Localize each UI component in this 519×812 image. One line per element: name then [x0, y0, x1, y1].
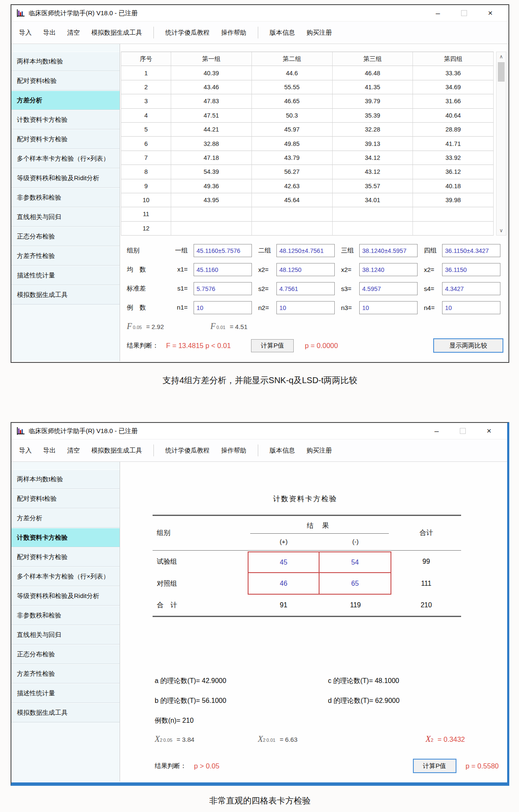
scroll-up-icon[interactable]: ∧	[497, 52, 506, 61]
grid-cell[interactable]: 6	[121, 137, 171, 151]
grid-cell[interactable]: 34.12	[333, 151, 413, 165]
field-input[interactable]: 45.1160±5.7576	[194, 244, 252, 257]
grid-cell[interactable]: 39.79	[333, 94, 413, 108]
field-input[interactable]: 10	[194, 301, 252, 314]
grid-cell[interactable]: 43.12	[333, 165, 413, 179]
vertical-scrollbar[interactable]: ∧ ∨	[496, 52, 506, 236]
sidebar-item[interactable]: 计数资料卡方检验	[11, 528, 120, 547]
grid-cell[interactable]: 43.95	[171, 193, 252, 207]
sidebar-item[interactable]: 方差分析	[11, 508, 120, 528]
grid-cell[interactable]: 41.35	[333, 80, 413, 94]
grid-cell[interactable]	[171, 207, 252, 221]
field-input[interactable]: 10	[276, 301, 335, 314]
close-button[interactable]: ×	[477, 5, 503, 21]
grid-cell[interactable]: 56.27	[252, 165, 333, 179]
grid-cell[interactable]: 39.98	[413, 193, 494, 207]
sidebar-item[interactable]: 非参数秩和检验	[11, 606, 120, 625]
grid-cell[interactable]	[252, 207, 333, 221]
grid-cell[interactable]: 34.69	[413, 80, 494, 94]
sidebar-item[interactable]: 描述性统计量	[11, 683, 120, 703]
grid-cell[interactable]	[333, 222, 413, 236]
sidebar-item[interactable]: 方差齐性检验	[11, 664, 120, 683]
grid-cell[interactable]: 10	[121, 193, 171, 207]
sidebar-item[interactable]: 配对资料t检验	[11, 71, 120, 91]
grid-cell[interactable]: 35.39	[333, 109, 413, 123]
grid-cell[interactable]: 4	[121, 109, 171, 123]
sidebar-item[interactable]: 配对资料t检验	[11, 489, 120, 508]
close-button[interactable]: ×	[476, 423, 502, 439]
sidebar-item[interactable]: 正态分布检验	[11, 645, 120, 664]
menu-item-3[interactable]: 清空	[67, 29, 80, 37]
grid-cell[interactable]: 49.36	[171, 179, 252, 193]
sidebar-item[interactable]: 直线相关与回归	[11, 207, 120, 227]
sidebar-item[interactable]: 非参数秩和检验	[11, 188, 120, 207]
field-input[interactable]: 5.7576	[194, 282, 252, 295]
sidebar-item[interactable]: 方差齐性检验	[11, 246, 120, 266]
grid-cell[interactable]: 34.01	[333, 193, 413, 207]
menu-item-8[interactable]: 购买注册	[306, 29, 332, 37]
grid-cell[interactable]: 1	[121, 66, 171, 80]
field-input[interactable]: 38.1240	[359, 263, 418, 276]
menu-item-6[interactable]: 操作帮助	[221, 29, 246, 37]
sidebar-item[interactable]: 等级资料秩和检验及Ridit分析	[11, 168, 120, 188]
sidebar-item[interactable]: 计数资料卡方检验	[11, 110, 120, 129]
menu-item-6[interactable]: 操作帮助	[221, 447, 246, 455]
grid-cell[interactable]: 2	[121, 80, 171, 94]
grid-cell[interactable]: 3	[121, 94, 171, 108]
sidebar-item[interactable]: 两样本均数t检验	[11, 469, 120, 489]
grid-cell[interactable]: 43.46	[171, 80, 252, 94]
field-input[interactable]: 48.1250	[276, 263, 335, 276]
menu-item-7[interactable]: 版本信息	[270, 29, 295, 37]
grid-cell[interactable]: 11	[121, 207, 171, 221]
menu-item-7[interactable]: 版本信息	[270, 447, 295, 455]
grid-cell[interactable]	[413, 222, 494, 236]
grid-cell[interactable]: 43.79	[252, 151, 333, 165]
grid-cell[interactable]: 41.71	[413, 137, 494, 151]
sidebar-item[interactable]: 直线相关与回归	[11, 625, 120, 645]
maximize-button[interactable]	[450, 428, 476, 434]
menu-item-1[interactable]: 导入	[19, 447, 32, 455]
grid-cell[interactable]: 39.13	[333, 137, 413, 151]
menu-item-8[interactable]: 购买注册	[306, 447, 332, 455]
maximize-button[interactable]	[451, 10, 477, 16]
field-input[interactable]: 4.3427	[442, 282, 500, 295]
grid-cell[interactable]: 54.39	[171, 165, 252, 179]
field-input[interactable]: 45.1160	[194, 263, 252, 276]
sidebar-item[interactable]: 两样本均数t检验	[11, 52, 120, 71]
grid-cell[interactable]: 7	[121, 151, 171, 165]
grid-cell[interactable]	[333, 207, 413, 221]
grid-cell[interactable]: 33.92	[413, 151, 494, 165]
field-input[interactable]: 36.1150	[442, 263, 500, 276]
grid-cell[interactable]: 47.18	[171, 151, 252, 165]
grid-cell[interactable]: 45.97	[252, 123, 333, 137]
menu-item-4[interactable]: 模拟数据生成工具	[91, 29, 142, 37]
sidebar-item[interactable]: 正态分布检验	[11, 227, 120, 246]
menu-item-5[interactable]: 统计学傻瓜教程	[165, 29, 210, 37]
scroll-down-icon[interactable]: ∨	[497, 226, 506, 235]
grid-cell[interactable]: 46.48	[333, 66, 413, 80]
field-input[interactable]: 10	[442, 301, 500, 314]
menu-item-1[interactable]: 导入	[19, 29, 32, 37]
sidebar-item[interactable]: 配对资料卡方检验	[11, 547, 120, 567]
grid-cell[interactable]: 40.18	[413, 179, 494, 193]
grid-cell[interactable]: 33.36	[413, 66, 494, 80]
sidebar-item[interactable]: 多个样本率卡方检验（行×列表）	[11, 149, 120, 168]
grid-cell[interactable]: 35.57	[333, 179, 413, 193]
grid-cell[interactable]: 28.89	[413, 123, 494, 137]
field-input[interactable]: 38.1240±4.5957	[359, 244, 418, 257]
field-input[interactable]: 10	[359, 301, 418, 314]
scrollbar-thumb[interactable]	[498, 62, 505, 82]
sidebar-item[interactable]: 描述性统计量	[11, 266, 120, 285]
grid-cell[interactable]: 12	[121, 222, 171, 236]
sidebar-item[interactable]: 等级资料秩和检验及Ridit分析	[11, 586, 120, 606]
grid-cell[interactable]: 32.88	[171, 137, 252, 151]
pairwise-compare-button[interactable]: 显示两两比较	[433, 338, 503, 353]
grid-cell[interactable]: 8	[121, 165, 171, 179]
sidebar-item[interactable]: 模拟数据生成工具	[11, 285, 120, 304]
sidebar-item[interactable]: 方差分析	[11, 91, 120, 110]
sidebar-item[interactable]: 配对资料卡方检验	[11, 129, 120, 149]
calc-p-button[interactable]: 计算P值	[413, 759, 456, 773]
grid-cell[interactable]: 47.51	[171, 109, 252, 123]
field-input[interactable]: 4.5957	[359, 282, 418, 295]
menu-item-2[interactable]: 导出	[43, 447, 56, 455]
